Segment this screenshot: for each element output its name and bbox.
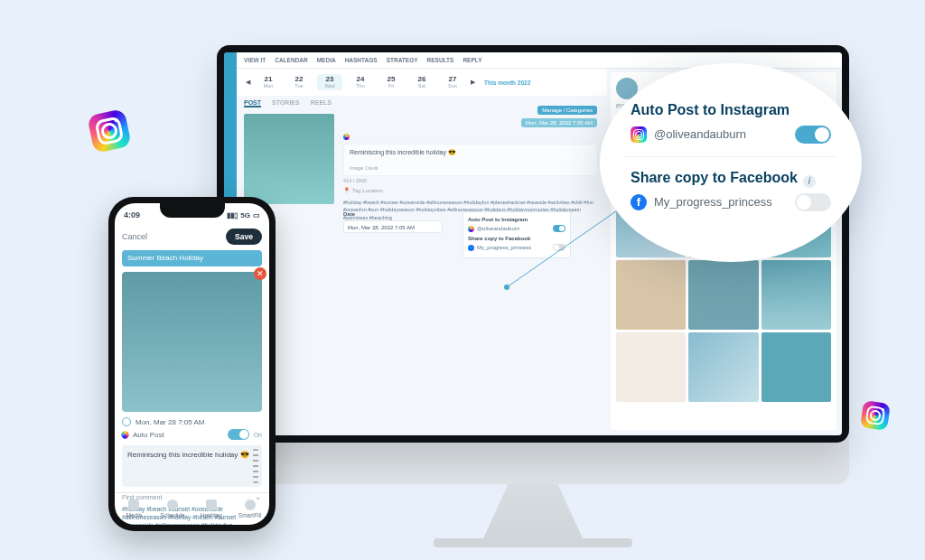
toolbar-hashtag[interactable]: Hashtag [192, 493, 231, 525]
instagram-handle: @oliveandauburn [477, 226, 519, 231]
date-picker[interactable]: Mon, Mar 28, 2022 7:05 AM [343, 220, 443, 233]
category-pill[interactable]: Summer Beach Holiday [122, 250, 262, 266]
tab-reels[interactable]: REELS [311, 99, 332, 107]
prev-week-icon[interactable]: ◀ [246, 79, 250, 86]
tag-location-field[interactable]: Tag Location [352, 188, 383, 193]
instagram-icon [631, 126, 647, 143]
cal-day[interactable]: 25Fri [378, 76, 404, 89]
grid-cell[interactable] [616, 260, 686, 330]
cal-day[interactable]: 27Sun [440, 76, 465, 89]
tab-post[interactable]: POST [244, 99, 261, 107]
grid-cell[interactable] [688, 332, 758, 402]
nav-item[interactable]: VIEW IT [244, 57, 266, 63]
smartfill-icon [245, 499, 256, 510]
post-type-tabs: POST STORIES REELS [244, 99, 332, 107]
instagram-handle: @oliveandauburn [654, 127, 746, 141]
instagram-icon [860, 400, 891, 431]
remove-image-icon[interactable]: ✕ [254, 267, 266, 280]
tab-stories[interactable]: STORIES [272, 99, 300, 107]
battery-icon: ▭ [253, 211, 260, 219]
instagram-icon [343, 134, 350, 140]
cal-day[interactable]: 22Tue [286, 76, 312, 89]
toolbar-smartfill[interactable]: SmartFill [230, 493, 269, 525]
grid-cell[interactable] [688, 260, 758, 330]
facebook-icon: f [631, 194, 647, 210]
cal-day[interactable]: 24Thu [348, 76, 373, 89]
caption-input[interactable]: Reminiscing this incredible holiday 😎 [122, 445, 262, 487]
nav-item[interactable]: RESULTS [427, 57, 454, 63]
cal-day-selected[interactable]: 23Wed [317, 74, 342, 91]
schedule-icon [167, 499, 178, 510]
autopost-toggle[interactable] [228, 429, 249, 440]
grid-cell[interactable] [761, 332, 831, 402]
facebook-page-name: My_progress_princess [654, 195, 772, 209]
scheduled-date[interactable]: Mon, Mar 28 7:05 AM [135, 418, 204, 426]
facebook-toggle[interactable] [553, 244, 565, 251]
cal-day[interactable]: 21Mon [256, 76, 281, 89]
cancel-button[interactable]: Cancel [122, 232, 147, 241]
calendar-strip: ◀ 21Mon 22Tue 23Wed 24Thu 25Fri 26Sat 27… [237, 69, 607, 96]
post-image[interactable] [244, 114, 334, 204]
drag-handle-icon[interactable] [253, 449, 258, 483]
instagram-icon [468, 226, 474, 232]
facebook-icon [468, 245, 474, 251]
post-composer: Manage / Categories Mon, Mar 28, 2022 7:… [343, 105, 598, 229]
post-image[interactable]: ✕ [122, 272, 262, 412]
autopost-panel: Auto Post to Instagram @oliveandauburn S… [462, 211, 571, 258]
save-button[interactable]: Save [226, 229, 262, 245]
toggle-state: On [254, 432, 262, 438]
share-facebook-title: Share copy to Facebook [631, 170, 798, 186]
signal-icon: ▮▮▯ [227, 211, 238, 219]
date-label: Date [343, 211, 355, 217]
char-counter: 414 / 2000 [343, 178, 598, 183]
toolbar-schedule[interactable]: Schedule [154, 493, 192, 525]
nav-item[interactable]: STRATEGY [387, 57, 418, 63]
grid-cell[interactable] [761, 260, 831, 330]
clock-time: 4:09 [124, 210, 140, 219]
network-label: 5G [240, 211, 250, 219]
autopost-instagram-title: Auto Post to Instagram [468, 217, 528, 222]
manage-categories-button[interactable]: Manage / Categories [537, 106, 597, 115]
phone-notch [160, 203, 225, 218]
instagram-icon [121, 431, 128, 438]
cal-day[interactable]: 26Sat [409, 76, 434, 89]
facebook-toggle[interactable] [795, 193, 831, 211]
phone-mockup: 4:09 ▮▮▯ 5G ▭ Cancel Save Summer Beach H… [108, 197, 276, 531]
this-month-label[interactable]: This month 2022 [484, 79, 530, 86]
image-credit-label: Image Credit [350, 165, 378, 171]
clock-icon [122, 417, 131, 426]
pin-icon: 📍 [343, 187, 350, 193]
next-week-icon[interactable]: ▶ [471, 79, 475, 86]
hashtag-icon [206, 499, 217, 510]
media-icon [128, 499, 139, 510]
grid-cell[interactable] [616, 332, 686, 402]
instagram-toggle[interactable] [795, 126, 831, 144]
nav-item[interactable]: MEDIA [317, 57, 336, 63]
autopost-instagram-title: Auto Post to Instagram [631, 102, 831, 118]
instagram-toggle[interactable] [553, 225, 565, 232]
caption-text[interactable]: Reminiscing this incredible holiday 😎 [350, 149, 592, 156]
scheduled-date-pill[interactable]: Mon, Mar 28, 2022 7:05 AM [521, 118, 597, 127]
share-facebook-title: Share copy to Facebook [468, 236, 530, 241]
bottom-toolbar: Media Schedule Hashtag SmartFill [115, 492, 269, 525]
nav-item[interactable]: CALENDAR [275, 57, 307, 63]
autopost-label: Auto Post [133, 431, 164, 439]
toolbar-media[interactable]: Media [115, 493, 154, 525]
info-icon[interactable]: i [803, 175, 816, 188]
nav-item[interactable]: REPLY [462, 57, 481, 63]
autopost-callout-bubble: Auto Post to Instagram @oliveandauburn S… [600, 63, 862, 262]
facebook-page-name: My_progress_princess [477, 245, 531, 250]
nav-item[interactable]: HASHTAGS [345, 57, 378, 63]
instagram-icon [87, 108, 132, 154]
